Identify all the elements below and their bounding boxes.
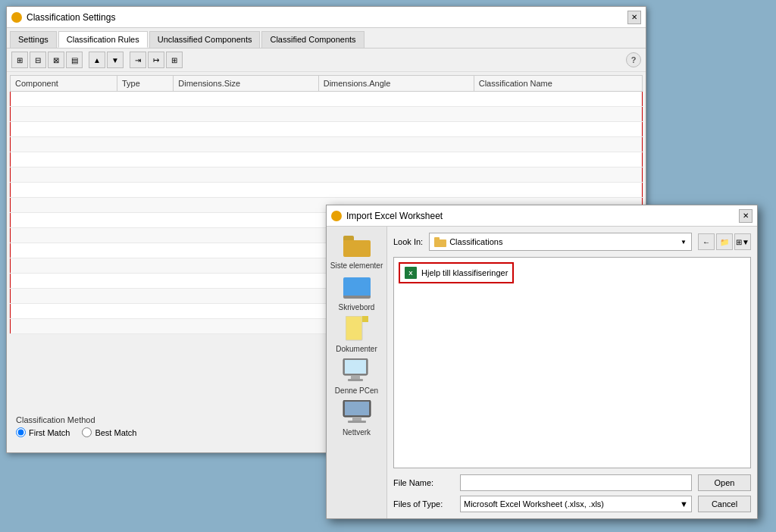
main-window-close-button[interactable]: ✕ (627, 11, 641, 24)
main-window-titlebar: Classification Settings ✕ (7, 7, 646, 28)
tab-classified[interactable]: Classified Components (261, 31, 364, 48)
svg-rect-4 (345, 360, 366, 374)
filetype-select[interactable]: Microsoft Excel Worksheet (.xlsx, .xls) … (460, 496, 692, 512)
filename-input[interactable] (460, 474, 692, 491)
cancel-button[interactable]: Cancel (698, 496, 751, 512)
col-dimensions-size: Dimensions.Size (174, 76, 318, 92)
classification-method-label: Classification Method (16, 415, 136, 424)
table-row[interactable] (11, 92, 643, 107)
toolbar-up-button[interactable]: ▲ (89, 52, 105, 68)
toolbar-down-button[interactable]: ▼ (107, 52, 124, 68)
table-row[interactable] (11, 122, 643, 137)
toolbar-import-button[interactable]: ⇥ (130, 52, 146, 68)
sidebar-shortcut-siste-elementer[interactable]: Siste elementer (330, 234, 383, 270)
look-in-row: Look In: Classifications ▼ ← 📁 ⊞▼ (393, 233, 751, 251)
look-in-value: Classifications (449, 237, 502, 246)
file-area[interactable]: X Hjelp till klassifiseringer (393, 257, 751, 468)
denne-pcen-icon (342, 359, 372, 383)
tab-classification-rules[interactable]: Classification Rules (58, 31, 148, 48)
radio-first-match[interactable]: First Match (16, 427, 70, 437)
filetype-row: Files of Type: Microsoft Excel Worksheet… (393, 496, 751, 512)
col-classification-name: Classification Name (474, 76, 642, 92)
svg-rect-2 (362, 316, 368, 322)
svg-rect-8 (345, 402, 369, 415)
import-dialog-title: Import Excel Worksheet (346, 211, 443, 221)
radio-best-match-label: Best Match (95, 428, 136, 437)
col-component: Component (11, 76, 117, 92)
col-dimensions-angle: Dimensions.Angle (318, 76, 474, 92)
tab-settings[interactable]: Settings (10, 31, 57, 48)
skrivebord-icon (342, 276, 372, 300)
classification-method: Classification Method First Match Best M… (16, 415, 136, 437)
svg-rect-9 (352, 417, 361, 421)
nettverk-label: Nettverk (343, 428, 371, 437)
svg-rect-5 (351, 375, 360, 379)
file-item-name: Hjelp till klassifiseringer (421, 268, 508, 277)
main-window-title: Classification Settings (27, 12, 115, 23)
toolbar-filter-button[interactable]: ⊠ (48, 52, 64, 68)
import-dialog-close-button[interactable]: ✕ (739, 209, 753, 223)
new-folder-button[interactable]: 📁 (716, 233, 733, 250)
sidebar-shortcut-denne-pcen[interactable]: Denne PCen (330, 359, 383, 395)
classification-method-radio-group: First Match Best Match (16, 427, 136, 437)
table-row[interactable] (11, 183, 643, 198)
filename-label: File Name: (393, 478, 454, 487)
toolbar-col-button[interactable]: ▤ (66, 52, 83, 68)
import-dialog: Import Excel Worksheet ✕ Siste elementer (326, 205, 758, 519)
sidebar-shortcut-dokumenter[interactable]: Dokumenter (330, 318, 383, 353)
toolbar-help-button[interactable]: ? (626, 52, 641, 67)
svg-rect-12 (434, 237, 440, 241)
file-item-hjelp[interactable]: X Hjelp till klassifiseringer (399, 262, 514, 283)
radio-first-match-label: First Match (29, 428, 70, 437)
import-dialog-titlebar: Import Excel Worksheet ✕ (327, 205, 757, 227)
table-row[interactable] (11, 107, 643, 122)
look-in-label: Look In: (393, 237, 423, 246)
nettverk-icon (342, 401, 372, 425)
toolbar-grid-button[interactable]: ⊞ (11, 52, 28, 68)
table-row[interactable] (11, 152, 643, 167)
filetype-arrow-icon: ▼ (680, 499, 688, 509)
filetype-label: Files of Type: (393, 499, 454, 509)
dokumenter-label: Dokumenter (336, 345, 377, 353)
dokumenter-icon (342, 318, 372, 342)
siste-elementer-label: Siste elementer (330, 261, 383, 270)
open-button[interactable]: Open (698, 474, 751, 491)
import-dialog-sidebar: Siste elementer Skrivebord Dokumen (327, 227, 387, 518)
import-dialog-body: Siste elementer Skrivebord Dokumen (327, 227, 757, 518)
look-in-arrow-icon: ▼ (681, 239, 687, 246)
table-row[interactable] (11, 167, 643, 183)
dialog-toolbar-icons: ← 📁 ⊞▼ (698, 233, 751, 250)
toolbar-export-button[interactable]: ↦ (148, 52, 164, 68)
toolbar-extra-button[interactable]: ⊞ (166, 52, 183, 68)
col-type: Type (117, 76, 173, 92)
filename-row: File Name: Open (393, 474, 751, 491)
siste-elementer-icon (342, 234, 372, 258)
toolbar-table-button[interactable]: ⊟ (30, 52, 46, 68)
skrivebord-label: Skrivebord (339, 303, 375, 311)
svg-rect-0 (346, 316, 362, 340)
excel-file-icon: X (405, 267, 417, 279)
main-window-icon (11, 12, 22, 23)
tab-unclassified[interactable]: Unclassified Components (149, 31, 261, 48)
back-button[interactable]: ← (698, 233, 715, 250)
table-row[interactable] (11, 137, 643, 152)
sidebar-shortcut-skrivebord[interactable]: Skrivebord (330, 276, 383, 311)
main-window-tabs: Settings Classification Rules Unclassifi… (7, 28, 646, 49)
sidebar-shortcut-nettverk[interactable]: Nettverk (330, 401, 383, 437)
view-button[interactable]: ⊞▼ (734, 233, 751, 250)
classification-rules-toolbar: ⊞ ⊟ ⊠ ▤ ▲ ▼ ⇥ ↦ ⊞ ? (7, 49, 646, 72)
radio-best-match[interactable]: Best Match (82, 427, 136, 437)
radio-best-match-input[interactable] (82, 427, 92, 437)
svg-rect-6 (348, 379, 363, 381)
filetype-value: Microsoft Excel Worksheet (.xlsx, .xls) (464, 499, 604, 509)
denne-pcen-label: Denne PCen (335, 386, 378, 395)
look-in-select[interactable]: Classifications ▼ (429, 233, 692, 251)
svg-rect-10 (348, 421, 366, 423)
import-dialog-icon (331, 211, 342, 221)
import-dialog-main: Look In: Classifications ▼ ← 📁 ⊞▼ (387, 227, 757, 518)
radio-first-match-input[interactable] (16, 427, 26, 437)
